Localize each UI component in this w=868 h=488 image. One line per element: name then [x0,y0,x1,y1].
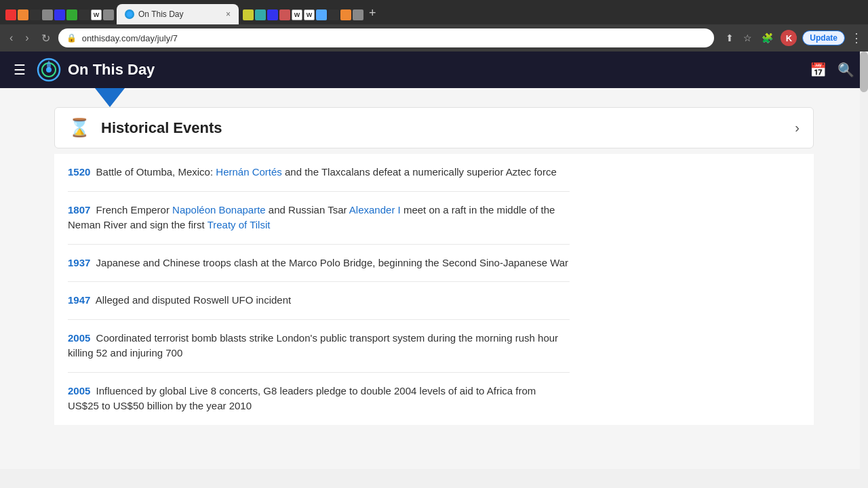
site-title: On This Day [68,61,155,79]
favicon-11 [255,9,266,20]
event-item: 1937 Japanese and Chinese troops clash a… [68,245,570,283]
extension-icon[interactable]: 🧩 [760,30,775,45]
event-year: 1807 [68,204,90,216]
hourglass-icon: ⌛ [68,117,90,138]
event-link-alexander[interactable]: Alexander I [349,204,401,216]
favicon-9 [103,9,114,20]
favicon-14: W [292,9,302,20]
favicon-6 [66,9,77,20]
event-item: 1947 Alleged and disputed Roswell UFO in… [68,282,570,320]
event-link-treaty[interactable]: Treaty of Tilsit [208,219,271,230]
event-text: and the Tlaxcalans defeat a numerically … [282,166,557,178]
favicon-18 [340,9,351,20]
event-link[interactable]: Hernán Cortés [216,166,282,178]
favicon-17 [328,9,339,20]
event-year: 2005 [68,332,90,344]
calendar-icon[interactable]: 📅 [810,62,827,78]
favicon-row-2: W W [239,9,363,24]
favicon-5 [54,9,65,20]
content-area: ⌛ Historical Events › 1520 Battle of Otu… [0,88,868,469]
event-text: Alleged and disputed Roswell UFO inciden… [96,294,292,306]
event-text: Battle of Otumba, Mexico: [96,166,216,178]
navbar-right: 📅 🔍 [810,62,854,78]
bookmark-icon[interactable]: ☆ [741,30,754,45]
site-logo: On This Day [37,58,155,82]
address-box[interactable]: 🔒 onthisday.com/day/july/7 [58,28,715,47]
update-button[interactable]: Update [802,30,845,45]
event-item: 1520 Battle of Otumba, Mexico: Hernán Co… [68,154,570,192]
event-item: 2005 Influenced by global Live 8 concert… [68,373,570,425]
active-tab-favicon [125,9,134,19]
event-item: 2005 Coordinated terrorist bomb blasts s… [68,320,570,373]
event-text: French Emperor [96,204,173,216]
lock-icon: 🔒 [66,33,77,43]
favicon-12 [267,9,278,20]
favicon-2 [18,9,28,20]
hamburger-menu[interactable]: ☰ [14,62,26,78]
event-text: and Russian Tsar [266,204,349,216]
active-tab-label: On This Day [138,9,222,19]
favicon-19 [353,9,363,20]
event-text: Influenced by global Live 8 concerts, G8… [68,385,536,412]
event-link-napoleon[interactable]: Napoléon Bonaparte [172,204,266,216]
favicon-15: W [304,9,315,20]
refresh-button[interactable]: ↻ [37,29,54,47]
event-year: 1520 [68,166,90,178]
favicon-1 [5,9,16,20]
active-tab[interactable]: On This Day × [117,4,239,24]
new-tab-button[interactable]: + [363,6,382,24]
search-icon[interactable]: 🔍 [837,62,854,78]
share-icon[interactable]: ⬆ [724,30,736,45]
event-year: 1947 [68,294,90,306]
scrollbar-thumb[interactable] [860,52,868,92]
profile-icon[interactable]: K [781,30,797,46]
event-year: 2005 [68,385,90,396]
address-bar-row: ‹ › ↻ 🔒 onthisday.com/day/july/7 ⬆ ☆ 🧩 K… [0,24,868,52]
scrollbar-track [860,52,868,469]
favicon-8: W [91,9,102,20]
favicon-3 [30,9,41,20]
forward-button[interactable]: › [21,29,33,47]
tab-bar: W On This Day × W W + [0,0,868,24]
favicon-row: W [5,9,114,24]
triangle-decoration [95,88,125,107]
site-navbar: ☰ On This Day 📅 🔍 [0,52,868,88]
address-text: onthisday.com/day/july/7 [82,33,707,43]
event-year: 1937 [68,257,90,268]
events-list: 1520 Battle of Otumba, Mexico: Hernán Co… [54,154,814,425]
section-title: Historical Events [101,119,784,137]
historical-events-header[interactable]: ⌛ Historical Events › [54,107,814,148]
event-text: Coordinated terrorist bomb blasts strike… [68,332,558,359]
browser-chrome: W On This Day × W W + ‹ › ↻ 🔒 [0,0,868,52]
site-wrapper: ☰ On This Day 📅 🔍 ⌛ Historical Events › [0,52,868,469]
favicon-10 [243,9,254,20]
address-actions: ⬆ ☆ 🧩 K Update ⋮ [724,30,863,46]
event-item: 1807 French Emperor Napoléon Bonaparte a… [68,192,570,245]
section-arrow: › [795,120,800,136]
back-button[interactable]: ‹ [5,29,17,47]
browser-menu-button[interactable]: ⋮ [850,30,863,45]
favicon-4 [42,9,53,20]
event-text: Japanese and Chinese troops clash at the… [96,257,569,268]
logo-icon [37,58,61,82]
favicon-13 [279,9,290,20]
favicon-7 [79,9,90,20]
favicon-16 [316,9,327,20]
tab-close-button[interactable]: × [226,9,231,19]
